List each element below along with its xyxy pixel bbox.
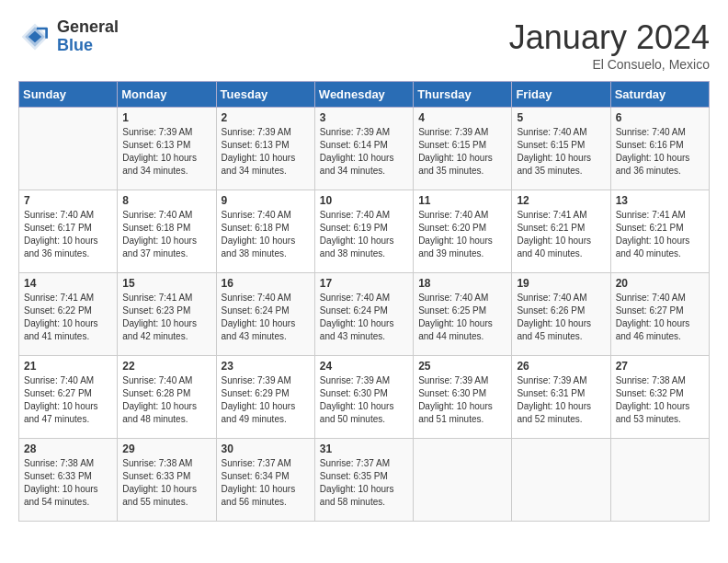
day-number: 20 [616, 277, 704, 290]
day-number: 31 [320, 442, 408, 455]
day-info: Sunrise: 7:40 AMSunset: 6:27 PMDaylight:… [24, 374, 112, 426]
column-header-sunday: Sunday [19, 82, 118, 108]
day-number: 21 [24, 360, 112, 373]
day-info: Sunrise: 7:39 AMSunset: 6:30 PMDaylight:… [418, 374, 506, 426]
day-info: Sunrise: 7:40 AMSunset: 6:19 PMDaylight:… [320, 209, 408, 260]
day-cell: 17Sunrise: 7:40 AMSunset: 6:24 PMDayligh… [314, 273, 413, 356]
day-number: 14 [24, 277, 112, 290]
calendar-table: SundayMondayTuesdayWednesdayThursdayFrid… [18, 81, 710, 522]
day-info: Sunrise: 7:37 AMSunset: 6:35 PMDaylight:… [320, 457, 408, 509]
day-info: Sunrise: 7:39 AMSunset: 6:13 PMDaylight:… [222, 126, 310, 178]
day-number: 24 [320, 360, 408, 373]
day-number: 3 [320, 111, 408, 124]
column-header-saturday: Saturday [610, 82, 709, 108]
day-info: Sunrise: 7:38 AMSunset: 6:33 PMDaylight:… [24, 457, 112, 509]
day-cell: 21Sunrise: 7:40 AMSunset: 6:27 PMDayligh… [19, 356, 118, 439]
title-block: January 2024 El Consuelo, Mexico [509, 18, 710, 72]
day-cell: 3Sunrise: 7:39 AMSunset: 6:14 PMDaylight… [314, 108, 413, 190]
day-cell: 29Sunrise: 7:38 AMSunset: 6:33 PMDayligh… [118, 439, 216, 522]
column-header-tuesday: Tuesday [216, 82, 314, 108]
day-info: Sunrise: 7:41 AMSunset: 6:21 PMDaylight:… [616, 209, 704, 260]
week-row-2: 7Sunrise: 7:40 AMSunset: 6:17 PMDaylight… [19, 190, 710, 273]
day-info: Sunrise: 7:41 AMSunset: 6:22 PMDaylight:… [24, 292, 112, 343]
day-cell: 5Sunrise: 7:40 AMSunset: 6:15 PMDaylight… [512, 108, 610, 190]
day-cell: 13Sunrise: 7:41 AMSunset: 6:21 PMDayligh… [610, 190, 709, 273]
day-number: 11 [418, 194, 506, 207]
day-info: Sunrise: 7:39 AMSunset: 6:15 PMDaylight:… [418, 126, 506, 178]
day-info: Sunrise: 7:40 AMSunset: 6:28 PMDaylight:… [122, 374, 210, 426]
day-number: 2 [222, 111, 310, 124]
day-info: Sunrise: 7:39 AMSunset: 6:14 PMDaylight:… [320, 126, 408, 178]
day-info: Sunrise: 7:37 AMSunset: 6:34 PMDaylight:… [222, 457, 310, 509]
day-cell: 4Sunrise: 7:39 AMSunset: 6:15 PMDaylight… [414, 108, 512, 190]
column-header-monday: Monday [118, 82, 216, 108]
day-cell: 12Sunrise: 7:41 AMSunset: 6:21 PMDayligh… [512, 190, 610, 273]
day-number: 1 [122, 111, 210, 124]
page-header: General Blue January 2024 El Consuelo, M… [18, 18, 710, 72]
column-header-thursday: Thursday [414, 82, 512, 108]
day-info: Sunrise: 7:40 AMSunset: 6:26 PMDaylight:… [517, 292, 605, 343]
header-row: SundayMondayTuesdayWednesdayThursdayFrid… [19, 82, 710, 108]
day-number: 16 [222, 277, 310, 290]
day-number: 26 [517, 360, 605, 373]
day-number: 6 [616, 111, 704, 124]
day-cell: 10Sunrise: 7:40 AMSunset: 6:19 PMDayligh… [314, 190, 413, 273]
day-cell: 26Sunrise: 7:39 AMSunset: 6:31 PMDayligh… [512, 356, 610, 439]
month-title: January 2024 [509, 18, 710, 57]
day-info: Sunrise: 7:39 AMSunset: 6:30 PMDaylight:… [320, 374, 408, 426]
day-cell [414, 439, 512, 522]
logo: General Blue [18, 18, 119, 55]
day-info: Sunrise: 7:40 AMSunset: 6:24 PMDaylight:… [320, 292, 408, 343]
day-cell: 19Sunrise: 7:40 AMSunset: 6:26 PMDayligh… [512, 273, 610, 356]
day-cell: 23Sunrise: 7:39 AMSunset: 6:29 PMDayligh… [216, 356, 314, 439]
day-cell: 1Sunrise: 7:39 AMSunset: 6:13 PMDaylight… [118, 108, 216, 190]
week-row-1: 1Sunrise: 7:39 AMSunset: 6:13 PMDaylight… [19, 108, 710, 190]
day-cell: 31Sunrise: 7:37 AMSunset: 6:35 PMDayligh… [314, 439, 413, 522]
day-info: Sunrise: 7:40 AMSunset: 6:16 PMDaylight:… [616, 126, 704, 178]
day-info: Sunrise: 7:40 AMSunset: 6:17 PMDaylight:… [24, 209, 112, 260]
day-number: 15 [122, 277, 210, 290]
day-cell: 9Sunrise: 7:40 AMSunset: 6:18 PMDaylight… [216, 190, 314, 273]
day-number: 19 [517, 277, 605, 290]
column-header-wednesday: Wednesday [314, 82, 413, 108]
day-number: 4 [418, 111, 506, 124]
day-cell: 8Sunrise: 7:40 AMSunset: 6:18 PMDaylight… [118, 190, 216, 273]
column-header-friday: Friday [512, 82, 610, 108]
day-number: 10 [320, 194, 408, 207]
day-number: 22 [122, 360, 210, 373]
day-cell: 16Sunrise: 7:40 AMSunset: 6:24 PMDayligh… [216, 273, 314, 356]
day-cell: 15Sunrise: 7:41 AMSunset: 6:23 PMDayligh… [118, 273, 216, 356]
day-number: 9 [222, 194, 310, 207]
day-number: 17 [320, 277, 408, 290]
day-cell [610, 439, 709, 522]
day-cell: 22Sunrise: 7:40 AMSunset: 6:28 PMDayligh… [118, 356, 216, 439]
day-number: 30 [222, 442, 310, 455]
day-info: Sunrise: 7:40 AMSunset: 6:24 PMDaylight:… [222, 292, 310, 343]
day-info: Sunrise: 7:38 AMSunset: 6:32 PMDaylight:… [616, 374, 704, 426]
day-number: 25 [418, 360, 506, 373]
week-row-5: 28Sunrise: 7:38 AMSunset: 6:33 PMDayligh… [19, 439, 710, 522]
day-number: 27 [616, 360, 704, 373]
day-number: 5 [517, 111, 605, 124]
day-cell: 11Sunrise: 7:40 AMSunset: 6:20 PMDayligh… [414, 190, 512, 273]
day-info: Sunrise: 7:38 AMSunset: 6:33 PMDaylight:… [122, 457, 210, 509]
day-number: 18 [418, 277, 506, 290]
day-cell: 6Sunrise: 7:40 AMSunset: 6:16 PMDaylight… [610, 108, 709, 190]
day-cell: 18Sunrise: 7:40 AMSunset: 6:25 PMDayligh… [414, 273, 512, 356]
day-info: Sunrise: 7:40 AMSunset: 6:27 PMDaylight:… [616, 292, 704, 343]
day-number: 29 [122, 442, 210, 455]
logo-text: General Blue [57, 18, 119, 55]
day-info: Sunrise: 7:41 AMSunset: 6:21 PMDaylight:… [517, 209, 605, 260]
day-info: Sunrise: 7:40 AMSunset: 6:18 PMDaylight:… [222, 209, 310, 260]
day-info: Sunrise: 7:40 AMSunset: 6:25 PMDaylight:… [418, 292, 506, 343]
day-info: Sunrise: 7:40 AMSunset: 6:18 PMDaylight:… [122, 209, 210, 260]
week-row-3: 14Sunrise: 7:41 AMSunset: 6:22 PMDayligh… [19, 273, 710, 356]
day-number: 28 [24, 442, 112, 455]
day-info: Sunrise: 7:40 AMSunset: 6:20 PMDaylight:… [418, 209, 506, 260]
day-cell: 7Sunrise: 7:40 AMSunset: 6:17 PMDaylight… [19, 190, 118, 273]
logo-blue: Blue [57, 37, 119, 55]
week-row-4: 21Sunrise: 7:40 AMSunset: 6:27 PMDayligh… [19, 356, 710, 439]
day-cell: 2Sunrise: 7:39 AMSunset: 6:13 PMDaylight… [216, 108, 314, 190]
day-number: 13 [616, 194, 704, 207]
day-cell: 20Sunrise: 7:40 AMSunset: 6:27 PMDayligh… [610, 273, 709, 356]
